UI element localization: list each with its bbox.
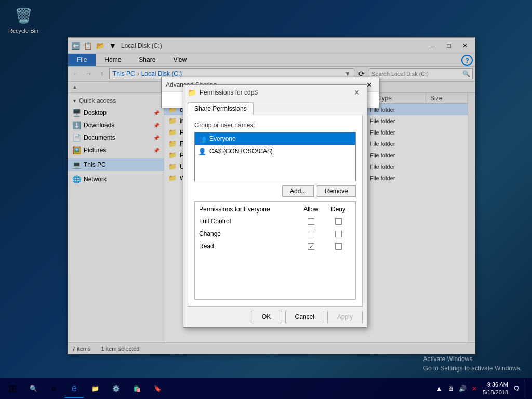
- store-taskbar-button[interactable]: 🛍️: [127, 379, 147, 398]
- permissions-spacer: [199, 254, 351, 295]
- full-control-allow-checkbox[interactable]: [308, 218, 314, 225]
- clock-date: 5/18/2018: [483, 389, 508, 396]
- taskbar: ⊞ 🔍 ⧉ e 📁 ⚙️ 🛍️ 🔖 ▲ 🖥 🔊 ✕ 9:36 A: [0, 378, 532, 399]
- settings-taskbar-icon: ⚙️: [112, 385, 120, 392]
- activate-windows-watermark: Activate Windows Go to Settings to activ…: [423, 354, 522, 373]
- everyone-user-name: Everyone: [209, 135, 236, 142]
- taskbar-search-button[interactable]: 🔍: [24, 379, 43, 398]
- add-remove-buttons: Add... Remove: [194, 185, 356, 197]
- clock[interactable]: 9:36 AM 5/18/2018: [481, 381, 510, 397]
- group-user-label: Group or user names:: [194, 122, 356, 129]
- user-row-everyone[interactable]: 👥 Everyone: [195, 132, 355, 145]
- perm-row-read: Read: [199, 241, 351, 251]
- start-button[interactable]: ⊞: [2, 379, 23, 398]
- permissions-for-label: Permissions for Everyone: [199, 206, 297, 213]
- permissions-title-bar: 📁 Permissions for cdp$ ✕: [183, 85, 367, 100]
- settings-taskbar-button[interactable]: ⚙️: [106, 379, 126, 398]
- perm-row-change: Change: [199, 229, 351, 239]
- taskbar-search-icon: 🔍: [30, 385, 37, 392]
- tab-share-permissions[interactable]: Share Permissions: [188, 102, 254, 115]
- users-list: 👥 Everyone 👤 CA$ (CONTOSO\CA$): [194, 132, 356, 181]
- edge-icon: e: [72, 383, 77, 394]
- remove-button[interactable]: Remove: [317, 185, 356, 197]
- permissions-footer: OK Cancel Apply: [183, 307, 367, 327]
- activate-line2: Go to Settings to activate Windows.: [423, 364, 522, 373]
- cas-user-icon: 👤: [198, 148, 206, 155]
- apply-button[interactable]: Apply: [327, 311, 363, 323]
- permissions-header: Permissions for Everyone Allow Deny: [199, 206, 351, 213]
- store-taskbar-icon: 🛍️: [133, 385, 141, 392]
- tray-up-icon[interactable]: ▲: [434, 384, 444, 393]
- system-tray: ▲ 🖥 🔊 ✕ 9:36 AM 5/18/2018 🗨: [434, 379, 530, 398]
- permissions-section: Permissions for Everyone Allow Deny Full…: [194, 201, 356, 300]
- activate-line1: Activate Windows: [423, 354, 522, 364]
- everyone-user-icon: 👥: [198, 135, 206, 143]
- windows-icon: ⊞: [9, 383, 17, 394]
- full-control-allow-cell: [297, 218, 325, 225]
- full-control-label: Full Control: [199, 218, 297, 225]
- read-deny-checkbox[interactable]: [335, 243, 342, 250]
- permissions-body: Group or user names: 👥 Everyone 👤 CA$ (C…: [188, 115, 363, 307]
- ok-button[interactable]: OK: [251, 311, 282, 323]
- file-explorer-taskbar-icon: 📁: [91, 385, 99, 392]
- permissions-tabs: Share Permissions: [183, 100, 367, 115]
- change-label: Change: [199, 230, 297, 237]
- desktop: 🗑️ Recycle Bin ⬅️ 📋 📂 ▼ Local Disk (C:) …: [0, 0, 532, 399]
- clock-time: 9:36 AM: [483, 381, 508, 389]
- read-label: Read: [199, 243, 297, 250]
- change-deny-cell: [325, 231, 351, 237]
- read-allow-checkbox[interactable]: [308, 243, 314, 250]
- task-view-icon: ⧉: [51, 385, 56, 392]
- tray-volume-icon[interactable]: 🔊: [457, 384, 468, 393]
- change-allow-checkbox[interactable]: [308, 231, 314, 237]
- change-deny-checkbox[interactable]: [335, 231, 342, 237]
- change-allow-cell: [297, 231, 325, 237]
- full-control-deny-checkbox[interactable]: [335, 218, 342, 225]
- permissions-title: Permissions for cdp$: [200, 89, 351, 96]
- allow-col-header: Allow: [297, 206, 325, 213]
- show-desktop-button[interactable]: [524, 379, 527, 398]
- dialog-overlay: Advanced Sharing ✕ 📁 Permissions for cdp…: [0, 0, 532, 399]
- edge-button[interactable]: e: [64, 379, 84, 398]
- notification-icon[interactable]: 🗨: [512, 384, 522, 393]
- task-view-button[interactable]: ⧉: [44, 379, 63, 398]
- cas-user-name: CA$ (CONTOSO\CA$): [209, 148, 273, 155]
- read-allow-cell: [297, 243, 325, 250]
- read-deny-cell: [325, 243, 351, 250]
- cancel-button[interactable]: Cancel: [285, 311, 324, 323]
- user-row-cas[interactable]: 👤 CA$ (CONTOSO\CA$): [195, 145, 355, 157]
- tray-error-icon[interactable]: ✕: [470, 384, 478, 393]
- file-explorer-taskbar-button[interactable]: 📁: [85, 379, 105, 398]
- deny-col-header: Deny: [325, 206, 351, 213]
- permissions-folder-icon: 📁: [188, 88, 196, 97]
- full-control-deny-cell: [325, 218, 351, 225]
- tray-network-icon[interactable]: 🖥: [446, 384, 455, 393]
- permissions-dialog: 📁 Permissions for cdp$ ✕ Share Permissio…: [183, 84, 367, 328]
- perm-row-full-control: Full Control: [199, 216, 351, 227]
- bookmark-taskbar-button[interactable]: 🔖: [148, 379, 167, 398]
- add-button[interactable]: Add...: [282, 185, 314, 197]
- permissions-close-button[interactable]: ✕: [351, 87, 363, 98]
- bookmark-taskbar-icon: 🔖: [154, 385, 162, 392]
